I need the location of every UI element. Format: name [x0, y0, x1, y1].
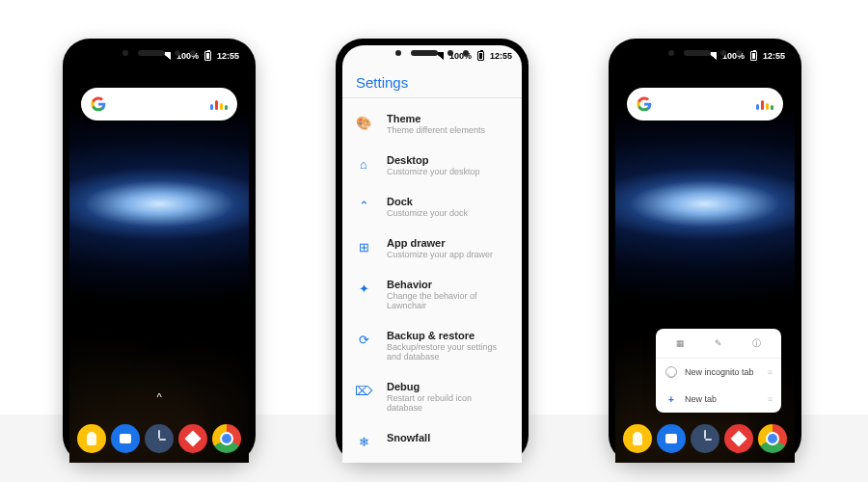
home-icon: ⌂ [356, 156, 371, 172]
settings-row-theme[interactable]: 🎨ThemeTheme different elements [342, 103, 522, 145]
incognito-icon: ◡ [665, 366, 677, 378]
dock-app-tips[interactable] [623, 424, 652, 453]
settings-row-desktop[interactable]: ⌂DesktopCustomize your desktop [342, 145, 522, 186]
grid-icon: ⊞ [356, 239, 371, 254]
app-drawer-handle[interactable]: ^ [156, 391, 161, 403]
dock-app-clock[interactable] [145, 424, 174, 453]
phone-context-menu-screen: 100% 12:55 ▦✎ⓘ ◡New incognito tab [609, 39, 801, 463]
dock-app-settings[interactable] [724, 424, 753, 453]
settings-item-title: Theme [387, 113, 508, 124]
drag-handle-icon[interactable]: ≡ [768, 367, 772, 377]
dock-app-clock[interactable] [691, 424, 719, 453]
edit-icon[interactable]: ✎ [712, 336, 725, 350]
settings-item-title: App drawer [387, 237, 508, 249]
shortcut-new-incognito-tab[interactable]: ◡New incognito tab≡ [656, 359, 781, 386]
dock [623, 424, 787, 453]
palette-icon: 🎨 [356, 115, 371, 130]
settings-row-app-drawer[interactable]: ⊞App drawerCustomize your app drawer [342, 228, 522, 269]
plus-icon: + [665, 393, 677, 405]
settings-item-subtitle: Customize your dock [387, 208, 508, 218]
widgets-icon[interactable]: ▦ [674, 336, 688, 350]
assistant-icon[interactable] [210, 98, 228, 110]
settings-item-subtitle: Backup/restore your settings and databas… [387, 342, 508, 362]
shortcut-label: New incognito tab [685, 367, 754, 377]
settings-item-subtitle: Customize your app drawer [387, 250, 508, 259]
assistant-icon[interactable] [756, 98, 773, 110]
settings-item-subtitle: Customize your desktop [387, 167, 508, 176]
settings-item-subtitle: Theme different elements [387, 125, 508, 135]
settings-row-dock[interactable]: ⌃DockCustomize your dock [342, 186, 522, 228]
settings-item-subtitle: Change the behavior of Lawnchair [387, 291, 508, 310]
dock-app-settings[interactable] [178, 424, 207, 453]
settings-row-behavior[interactable]: ✦BehaviorChange the behavior of Lawnchai… [342, 269, 522, 320]
settings-item-title: Dock [387, 196, 508, 207]
divider [342, 97, 522, 98]
snow-icon: ❄ [356, 434, 371, 449]
status-bar: 100% 12:55 [342, 45, 522, 67]
status-bar: 100% 12:55 [615, 45, 795, 67]
dock-icon: ⌃ [356, 198, 371, 213]
settings-list[interactable]: 🎨ThemeTheme different elements⌂DesktopCu… [342, 103, 522, 463]
chrome-context-menu: ▦✎ⓘ ◡New incognito tab≡+New tab≡ [656, 329, 781, 413]
settings-item-title: Desktop [387, 154, 508, 166]
phone-sensors [336, 50, 529, 56]
drag-handle-icon[interactable]: ≡ [768, 394, 772, 404]
settings-row-snowfall[interactable]: ❄Snowfall [342, 422, 522, 459]
settings-item-subtitle: Restart or rebuild icon database [387, 393, 508, 413]
search-widget[interactable] [81, 88, 237, 120]
shortcut-label: New tab [685, 394, 717, 404]
context-menu-top-actions: ▦✎ⓘ [656, 329, 781, 359]
sparkle-icon: ✦ [356, 281, 371, 296]
settings-item-title: Behavior [387, 279, 508, 290]
shortcut-new-tab[interactable]: +New tab≡ [656, 386, 781, 413]
dock-app-chrome[interactable] [758, 424, 787, 453]
dock-app-chrome[interactable] [212, 424, 241, 453]
dock-app-duo[interactable] [657, 424, 686, 453]
dock-app-duo[interactable] [111, 424, 140, 453]
google-logo-icon [91, 96, 106, 112]
settings-row-backup-restore[interactable]: ⟳Backup & restoreBackup/restore your set… [342, 320, 522, 371]
phone-settings-screen: 100% 12:55 Settings 🎨ThemeTheme differen… [336, 39, 529, 463]
bug-icon: ⌦ [356, 383, 371, 398]
phone-sensors [63, 50, 256, 56]
settings-item-title: Backup & restore [387, 330, 508, 341]
settings-title: Settings [356, 74, 408, 91]
search-widget[interactable] [627, 88, 783, 120]
phone-home-screen: 100% 12:55 ^ [63, 39, 256, 463]
google-logo-icon [637, 96, 652, 112]
phone-sensors [609, 50, 801, 56]
dock [77, 424, 241, 453]
settings-item-title: Debug [387, 381, 508, 392]
settings-row-debug[interactable]: ⌦DebugRestart or rebuild icon database [342, 371, 522, 422]
status-bar: 100% 12:55 [69, 45, 249, 67]
dock-app-tips[interactable] [77, 424, 106, 453]
restore-icon: ⟳ [356, 332, 371, 347]
settings-item-title: Snowfall [387, 432, 508, 443]
info-icon[interactable]: ⓘ [749, 336, 763, 350]
